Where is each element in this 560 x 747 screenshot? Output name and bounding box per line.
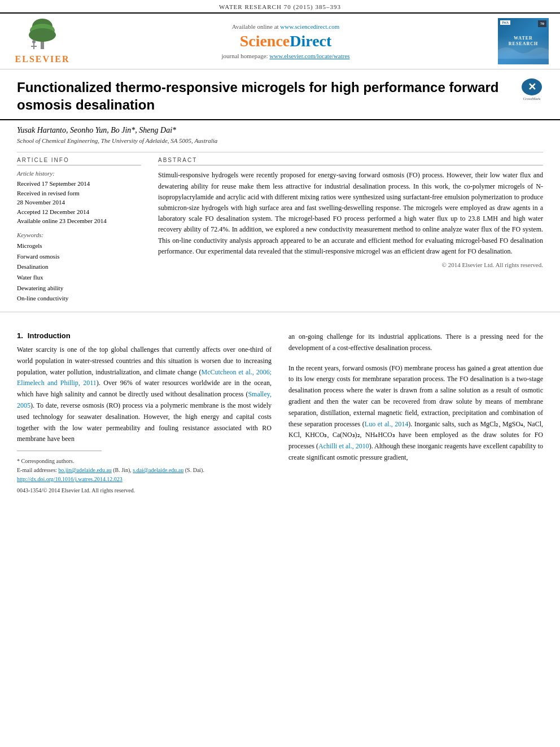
crossmark-badge: ✕ CrossMark [520,78,543,101]
intro-paragraph-2: an on-going challenge for its industrial… [288,331,543,354]
section1-title: Introduction [28,331,71,340]
main-content-section: 1. Introduction Water scarcity is one of… [0,320,560,505]
elsevier-tree-icon [23,18,62,52]
elsevier-logo: ELSEVIER [11,18,73,64]
keyword-5: Dewatering ability [17,283,141,294]
keyword-6: On-line conductivity [17,293,141,304]
authors-section: Yusak Hartanto, Seonho Yun, Bo Jin*, She… [0,120,560,147]
journal-homepage-text: journal homepage: www.elsevier.com/locat… [221,53,349,59]
article-info-label: ARTICLE INFO [17,157,141,165]
svg-point-4 [32,40,36,43]
copyright-line: © 2014 Elsevier Ltd. All rights reserved… [158,261,543,268]
sciencedirect-url[interactable]: www.sciencedirect.com [280,23,339,30]
svg-rect-0 [41,41,44,49]
intro-paragraph-3: In the recent years, forward osmosis (FO… [288,363,543,464]
keyword-1: Microgels [17,241,141,251]
article-info-abstract-section: ARTICLE INFO Article history: Received 1… [0,157,560,312]
history-item-3: 28 November 2014 [17,198,141,207]
introduction-right: an on-going challenge for its industrial… [288,331,543,493]
svg-point-3 [29,28,56,42]
footnote-corresponding: * Corresponding authors. [17,457,272,466]
article-title-section: Functionalized thermo-responsive microge… [0,69,560,120]
journal-reference: WATER RESEARCH 70 (2015) 385–393 [0,0,560,12]
abstract-col: ABSTRACT Stimuli-responsive hydrogels we… [158,157,543,304]
available-online-text: Available online at www.sciencedirect.co… [232,23,340,30]
article-title: Functionalized thermo-responsive microge… [17,78,520,113]
journal-cover-image: IWA 70 WATERRESEARCH [498,18,549,64]
intro-paragraph-1: Water scarcity is one of the top global … [17,344,272,445]
keywords-label: Keywords: [17,231,141,238]
homepage-url[interactable]: www.elsevier.com/locate/watres [269,53,349,59]
article-info-col: ARTICLE INFO Article history: Received 1… [17,157,141,304]
crossmark-icon: ✕ [522,78,542,95]
abstract-label: ABSTRACT [158,157,543,165]
issn-line: 0043-1354/© 2014 Elsevier Ltd. All right… [17,487,272,493]
keyword-4: Water flux [17,272,141,283]
journal-header: ELSEVIER Available online at www.science… [0,12,560,69]
introduction-left: 1. Introduction Water scarcity is one of… [17,331,272,493]
footnote-divider [17,451,102,451]
keyword-2: Forward osmosis [17,251,141,262]
cover-volume-badge: 70 [538,20,546,27]
doi-link[interactable]: http://dx.doi.org/10.1016/j.watres.2014.… [17,476,123,482]
elsevier-brand-text: ELSEVIER [15,54,70,64]
footnote-emails: E-mail addresses: bo.jin@adelaide.edu.au… [17,466,272,475]
history-item-2: Received in revised form [17,189,141,198]
sciencedirect-logo: ScienceDirect [240,32,332,50]
authors-names: Yusak Hartanto, Seonho Yun, Bo Jin*, She… [17,126,543,135]
ref-smalley[interactable]: Smalley, 2005 [17,390,272,409]
abstract-text: Stimuli-responsive hydrogels were recent… [158,170,543,257]
email-sheng-dai[interactable]: s.dai@adelaide.edu.au [133,467,183,473]
history-item-5: Available online 23 December 2014 [17,216,141,226]
journal-center-header: Available online at www.sciencedirect.co… [79,18,492,64]
section-divider [17,152,543,152]
email-bo-jin[interactable]: bo.jin@adelaide.edu.au [58,467,111,473]
history-item-1: Received 17 September 2014 [17,179,141,189]
section1-number: 1. [17,331,23,340]
cover-iwa-badge: IWA [500,20,510,25]
ref-luo[interactable]: Luo et al., 2014 [365,420,409,428]
crossmark-label: CrossMark [523,97,540,101]
keyword-3: Desalination [17,261,141,272]
ref-mccutcheon[interactable]: McCutcheon et al., 2006; Elimelech and P… [17,368,272,387]
ref-achilli[interactable]: Achilli et al., 2010 [318,442,369,450]
footnote-doi: http://dx.doi.org/10.1016/j.watres.2014.… [17,475,272,484]
authors-affiliation: School of Chemical Engineering, The Univ… [17,137,543,144]
history-item-4: Accepted 12 December 2014 [17,207,141,217]
cover-journal-title: WATERRESEARCH [509,36,538,47]
section1-heading: 1. Introduction [17,331,272,340]
history-label: Article history: [17,170,141,177]
